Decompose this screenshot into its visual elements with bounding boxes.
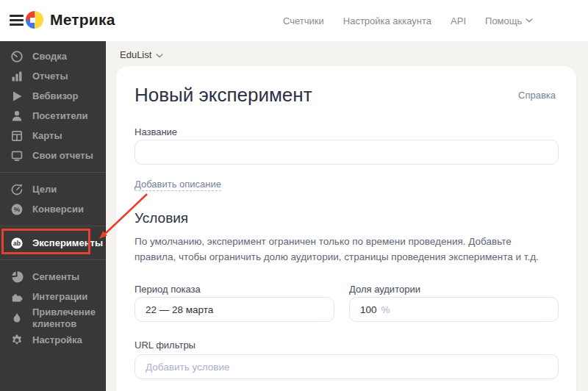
puzzle-icon [10,290,24,304]
sidebar-divider [0,172,106,173]
sidebar-divider [0,226,106,226]
sidebar-item-conversions[interactable]: %Конверсии [0,199,106,219]
sidebar-item-label: Цели [32,184,57,196]
url-filters-input[interactable] [135,354,559,379]
sidebar-item-label: Эксперименты [32,237,103,249]
period-input[interactable] [135,297,334,322]
gauge-icon [10,50,24,63]
app-name: Метрика [50,11,115,29]
metrica-logo[interactable]: Метрика [26,11,115,29]
sidebar-item-visitors[interactable]: Посетители [0,106,106,126]
menu-item-help[interactable]: Помощь [485,15,533,26]
sidebar-nav: СводкаОтчетыВебвизорПосетителиКартыСвои … [0,41,106,391]
metrica-logo-icon [26,11,43,29]
counter-selector-label: EduList [120,49,151,60]
sidebar-item-label: Интеграции [32,291,87,303]
chevron-down-icon [526,18,533,23]
sidebar-item-label: Посетители [32,110,88,122]
sidebar-item-label: Сводка [32,51,67,62]
sidebar-item-label: Отчеты [32,71,68,82]
sidebar-item-custom-reports[interactable]: Свои отчеты [0,146,106,165]
sidebar-item-segments[interactable]: Сегменты [0,267,106,287]
experiment-name-input[interactable] [135,140,559,165]
flame-icon [10,312,24,325]
url-filters-label: URL фильтры [135,340,196,351]
conditions-heading: Условия [135,210,188,226]
menu-item-counters[interactable]: Счетчики [283,15,324,26]
sidebar-item-goals[interactable]: Цели [0,179,106,199]
top-menu: СчетчикиНастройка аккаунтаAPIПомощь [283,0,533,41]
audience-share-value: 100 [360,304,377,315]
sidebar-item-label: Свои отчеты [32,150,93,162]
sidebar-item-settings[interactable]: Настройка [0,330,106,350]
goal-icon [10,183,24,196]
sidebar-item-webvisor[interactable]: Вебвизор [0,86,106,106]
sidebar-item-label: Настройка [32,334,82,346]
person-icon [10,110,24,123]
sidebar-item-client-acquisition[interactable]: Привлечение клиентов [0,306,106,330]
sidebar-item-summary[interactable]: Сводка [0,46,106,66]
sidebar-item-label: Конверсии [32,204,84,215]
add-description-link[interactable]: Добавить описание [135,179,221,191]
audience-field-label: Доля аудитории [349,284,420,295]
conditions-description: По умолчанию, эксперимент ограничен толь… [135,234,551,265]
sidebar-divider [0,259,106,260]
play-icon [10,90,24,103]
menu-item-label: Настройка аккаунта [343,15,431,26]
audience-share-unit: % [381,304,390,315]
menu-item-api[interactable]: API [451,15,466,26]
bar-chart-icon [10,70,24,83]
name-field-label: Название [135,126,177,137]
sidebar-item-label: Привлечение клиентов [32,306,100,330]
page-title: Новый эксперимент [135,84,312,107]
ab-icon: ab [10,237,24,250]
help-link[interactable]: Справка [518,90,556,101]
sidebar-item-experiments[interactable]: abЭксперименты [0,233,106,253]
sidebar-item-label: Вебвизор [32,90,78,102]
chevron-down-icon [156,54,163,58]
menu-item-label: Помощь [485,15,522,26]
sidebar-item-integrations[interactable]: Интеграции [0,287,106,306]
counter-selector[interactable]: EduList [120,49,163,60]
menu-item-label: Счетчики [283,15,324,26]
sidebar-item-maps[interactable]: Карты [0,126,106,146]
pie-icon [10,270,24,284]
main-content: EduList Новый эксперимент Справка Назван… [106,41,588,391]
svg-text:%: % [14,205,21,213]
svg-text:ab: ab [13,240,21,247]
percent-icon: % [10,203,24,216]
sidebar-item-label: Карты [32,130,62,142]
new-experiment-card: Новый эксперимент Справка Название Добав… [116,66,576,391]
menu-item-account-settings[interactable]: Настройка аккаунта [343,15,431,26]
menu-item-label: API [451,15,466,26]
hamburger-menu-icon[interactable] [10,15,24,26]
period-field-label: Период показа [135,284,201,295]
monitor-icon [10,149,24,162]
layout-icon [10,129,24,143]
sidebar-item-reports[interactable]: Отчеты [0,66,106,86]
gear-icon [10,334,24,347]
top-header: Метрика СчетчикиНастройка аккаунтаAPIПом… [0,0,588,41]
audience-share-input[interactable]: 100 % [349,297,559,322]
sidebar-item-label: Сегменты [32,271,79,283]
